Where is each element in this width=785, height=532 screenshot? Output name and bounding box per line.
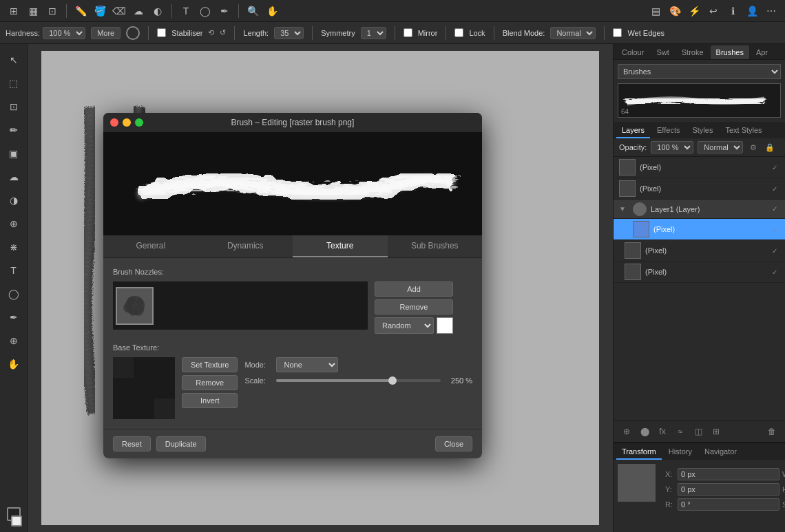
layer-check-4[interactable]: ✓ — [770, 267, 779, 277]
tab-navigator[interactable]: Navigator — [699, 445, 742, 460]
tab-apr[interactable]: Apr — [751, 45, 773, 59]
toolbar-icon-info[interactable]: ℹ — [724, 3, 741, 19]
close-traffic-light[interactable] — [110, 118, 118, 127]
layer-item-pixel-4[interactable]: (Pixel) ✓ — [614, 262, 785, 283]
mask-icon[interactable]: ⬤ — [637, 424, 652, 439]
tab-dynamics[interactable]: Dynamics — [198, 235, 293, 257]
layer-check-1[interactable]: ✓ — [770, 162, 779, 172]
toolbar-icon-grid[interactable]: ⊞ — [6, 3, 22, 19]
tool-smudge[interactable]: ☁ — [3, 167, 24, 187]
expand-icon[interactable]: ▼ — [619, 205, 629, 213]
tool-clone[interactable]: ⊕ — [3, 213, 24, 234]
toolbar-icon-crop[interactable]: ⊡ — [44, 3, 61, 19]
scale-slider-thumb[interactable] — [388, 376, 397, 385]
toolbar-icon-fill[interactable]: 🪣 — [92, 3, 108, 19]
reset-button[interactable]: Reset — [113, 436, 151, 451]
tab-colour[interactable]: Colour — [616, 45, 649, 59]
tool-fill[interactable]: ▣ — [3, 143, 24, 164]
adjustment-icon[interactable]: ≈ — [673, 424, 688, 439]
hardness-select[interactable]: 100 % — [43, 27, 85, 39]
layer-check-group[interactable]: ✓ — [770, 204, 779, 214]
toolbar-icon-smudge[interactable]: ☁ — [130, 3, 147, 19]
add-button[interactable]: Add — [375, 281, 453, 297]
stabiliser-checkbox[interactable] — [157, 28, 166, 37]
tool-brush[interactable]: ✏ — [3, 120, 24, 140]
tool-pen[interactable]: ✒ — [3, 307, 24, 328]
toolbar-icon-shape[interactable]: ◯ — [197, 3, 213, 19]
background-color[interactable] — [11, 515, 22, 526]
layer-check-2[interactable]: ✓ — [770, 184, 779, 193]
tab-text-styles[interactable]: Text Styles — [720, 123, 767, 138]
tool-crop[interactable]: ⊡ — [3, 96, 24, 117]
tab-stroke[interactable]: Stroke — [676, 45, 709, 59]
scale-slider[interactable] — [276, 379, 441, 382]
toolbar-icon-eraser[interactable]: ⌫ — [111, 3, 127, 19]
toolbar-icon-zoom[interactable]: 🔍 — [244, 3, 261, 19]
more-button[interactable]: More — [91, 27, 121, 39]
duplicate-button[interactable]: Duplicate — [156, 436, 206, 451]
layer-item-pixel-selected[interactable]: (Pixel) ✓ — [614, 219, 785, 240]
opacity-select[interactable]: 100 % — [651, 141, 693, 153]
layer-item-pixel-3[interactable]: (Pixel) ✓ — [614, 240, 785, 262]
duplicate-layer-icon[interactable]: ⊞ — [709, 424, 724, 439]
invert-button[interactable]: Invert — [182, 393, 238, 408]
layer-item-pixel-1[interactable]: (Pixel) ✓ — [614, 157, 785, 178]
y-input[interactable] — [678, 483, 779, 496]
remove-button[interactable]: Remove — [375, 299, 453, 315]
r-input[interactable] — [678, 498, 779, 511]
stabiliser-icon[interactable]: ⟲ — [208, 28, 214, 37]
add-layer-icon[interactable]: ⊕ — [619, 424, 634, 439]
toolbar-icon-type[interactable]: T — [178, 3, 194, 19]
toolbar-icon-layers[interactable]: ▤ — [647, 3, 664, 19]
toolbar-icon-adjustments[interactable]: ⚡ — [686, 3, 702, 19]
toolbar-icon-more2[interactable]: ⋯ — [763, 3, 779, 19]
remove-texture-button[interactable]: Remove — [182, 375, 238, 390]
tab-swt[interactable]: Swt — [651, 45, 674, 59]
lock-icon[interactable]: 🔒 — [764, 141, 776, 153]
gear-icon[interactable]: ⚙ — [747, 141, 760, 153]
tab-sub-brushes[interactable]: Sub Brushes — [388, 235, 483, 257]
tab-texture[interactable]: Texture — [293, 235, 388, 257]
wet-edges-checkbox[interactable] — [613, 28, 622, 37]
tool-lasso[interactable]: ⬚ — [3, 73, 24, 94]
toolbar-icon-dodge[interactable]: ◐ — [149, 3, 166, 19]
maximize-traffic-light[interactable] — [135, 118, 143, 127]
tool-zoom[interactable]: ⊕ — [3, 330, 24, 351]
tool-text[interactable]: T — [3, 260, 24, 281]
fx-icon[interactable]: fx — [655, 424, 670, 439]
symmetry-select[interactable]: 1 — [361, 27, 386, 39]
tab-brushes[interactable]: Brushes — [711, 45, 749, 59]
lock-checkbox[interactable] — [454, 28, 463, 37]
layer-check-3[interactable]: ✓ — [770, 246, 779, 255]
toolbar-icon-hand[interactable]: ✋ — [264, 3, 280, 19]
tool-move[interactable]: ↖ — [3, 50, 24, 70]
toolbar-icon-swatches[interactable]: 🎨 — [667, 3, 683, 19]
minimize-traffic-light[interactable] — [123, 118, 131, 127]
tab-history[interactable]: History — [663, 445, 698, 460]
group-icon[interactable]: ◫ — [691, 424, 706, 439]
tab-general[interactable]: General — [103, 235, 198, 257]
set-texture-button[interactable]: Set Texture — [182, 357, 238, 372]
toolbar-icon-user[interactable]: 👤 — [744, 3, 760, 19]
layer-item-group[interactable]: ▼ Layer1 (Layer) ✓ — [614, 200, 785, 219]
delete-layer-icon[interactable]: 🗑 — [764, 424, 779, 439]
toolbar-icon-brush[interactable]: ✏️ — [72, 3, 89, 19]
mode-select[interactable]: None — [276, 357, 338, 372]
tab-transform[interactable]: Transform — [616, 445, 662, 460]
layer-check-selected[interactable]: ✓ — [770, 224, 779, 234]
stabiliser-refresh[interactable]: ↺ — [220, 28, 226, 37]
length-select[interactable]: 35 — [274, 27, 304, 39]
brush-preview-circle[interactable] — [126, 26, 140, 40]
toolbar-icon-pen[interactable]: ✒ — [216, 3, 233, 19]
tool-hand[interactable]: ✋ — [3, 354, 24, 374]
mirror-checkbox[interactable] — [404, 28, 412, 37]
x-input[interactable] — [678, 468, 779, 480]
tab-styles[interactable]: Styles — [687, 123, 718, 138]
nozzle-thumb[interactable] — [116, 287, 154, 325]
tool-retouch[interactable]: ⋇ — [3, 237, 24, 257]
tool-dodge[interactable]: ◑ — [3, 190, 24, 211]
tool-shape[interactable]: ◯ — [3, 284, 24, 304]
nozzle-color-swatch[interactable] — [437, 317, 453, 334]
close-button[interactable]: Close — [435, 436, 472, 451]
blend-mode-select[interactable]: Normal — [550, 27, 596, 39]
